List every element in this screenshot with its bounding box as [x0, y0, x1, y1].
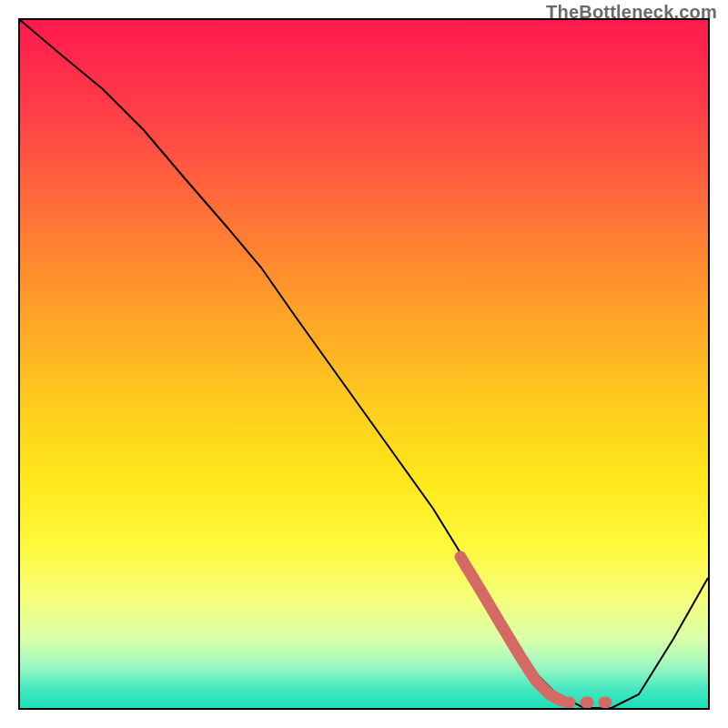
- chart-svg: [20, 20, 708, 708]
- main-curve: [20, 20, 708, 708]
- chart-container: TheBottleneck.com: [0, 0, 728, 728]
- plot-area: [18, 18, 710, 710]
- highlight-segment-solid: [460, 557, 561, 701]
